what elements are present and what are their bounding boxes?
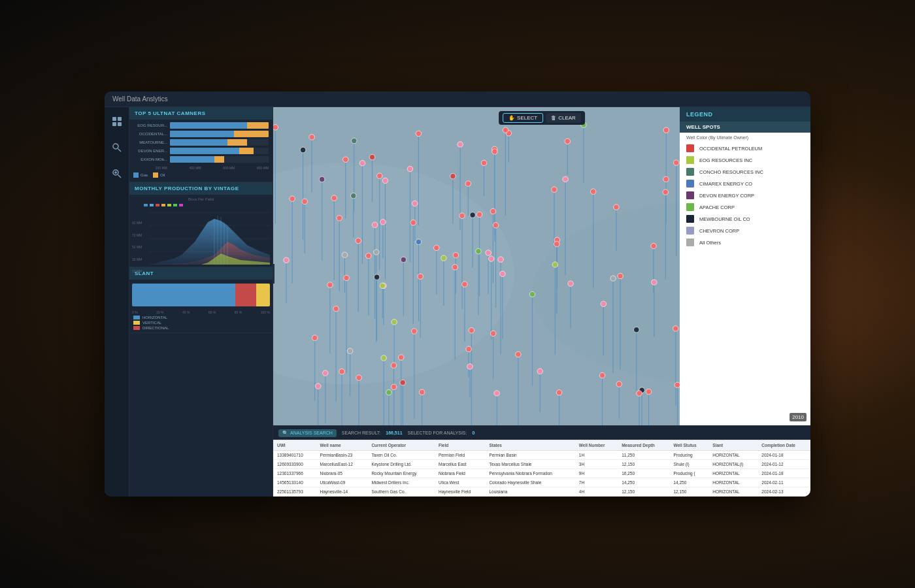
select-button[interactable]: ✋ SELECT xyxy=(503,113,543,123)
svg-point-244 xyxy=(618,273,623,278)
vintage-dot-2 xyxy=(150,204,154,206)
table-column-header: Well Stutus xyxy=(669,440,708,451)
cursor-icon: ✋ xyxy=(508,115,515,121)
legend-entry: All Others xyxy=(680,237,810,248)
svg-point-358 xyxy=(273,125,278,130)
table-cell: 2024-01-12 xyxy=(757,460,810,469)
svg-point-236 xyxy=(476,212,482,217)
table-cell: 2024-02-11 xyxy=(757,478,810,487)
production-chart: Bcce Per Field 92 MM 72 xyxy=(129,195,273,267)
table-cell: Texas Marcellus Shale xyxy=(485,460,574,469)
table-cell: 14,250 xyxy=(669,478,708,487)
bar-track xyxy=(170,156,269,163)
svg-point-225 xyxy=(651,243,656,248)
vintage-legend xyxy=(131,203,271,208)
selected-label: SELECTED FOR ANALYSIS: xyxy=(408,431,467,435)
table-cell: HORIZONTAL xyxy=(708,469,757,478)
table-row[interactable]: 22501135793Haynesville-14Southern Gas Co… xyxy=(273,487,810,497)
svg-point-369 xyxy=(467,364,473,369)
slant-section: SLANT 0 % 20 % 40 % 60 % 80 % 100 % HORI… xyxy=(129,267,273,333)
svg-point-202 xyxy=(356,375,361,380)
svg-point-351 xyxy=(331,195,337,201)
svg-point-288 xyxy=(412,329,417,334)
table-column-header: Current Operator xyxy=(367,440,435,451)
table-header: UWIWell nameCurrent OperatorFieldStatesW… xyxy=(273,440,810,451)
well-spots-header: WELL SPOTS xyxy=(680,122,810,133)
svg-point-266 xyxy=(469,328,474,333)
table-cell: HORIZONTAL xyxy=(708,487,757,497)
vertical-legend: VERTICAL xyxy=(133,321,269,325)
svg-point-339 xyxy=(419,389,424,395)
svg-point-332 xyxy=(673,326,678,331)
bar-label: OCCIDENTAL... xyxy=(133,132,167,136)
svg-point-370 xyxy=(319,176,324,182)
svg-line-7 xyxy=(118,175,121,178)
table-row[interactable]: 13389401710PermianBasin-23Taxen Oil Co.P… xyxy=(273,451,810,460)
legend-color xyxy=(686,215,694,223)
table-row[interactable]: 14565133140UticaWast-09Midwest Drillers … xyxy=(273,478,810,487)
table-cell: Louisiana xyxy=(485,487,574,497)
svg-point-232 xyxy=(652,280,657,285)
legend-label: EOG RESOURCES INC xyxy=(699,157,752,163)
vintage-dot-4 xyxy=(161,204,165,206)
svg-point-220 xyxy=(339,368,344,374)
svg-point-219 xyxy=(568,281,573,286)
svg-point-212 xyxy=(333,306,339,311)
legend-label: MEWBOURNE OIL CO xyxy=(699,216,750,222)
table-cell: HORIZONTAL xyxy=(708,451,757,460)
bar-label: EOG RESOUR... xyxy=(133,123,167,127)
directional-label: DIRECTIONAL xyxy=(142,326,169,330)
vintage-dot-7 xyxy=(179,204,183,206)
legend-entry: CHEVRON CORP xyxy=(680,225,810,237)
svg-point-350 xyxy=(476,248,481,253)
vintage-dot-5 xyxy=(167,204,171,206)
svg-point-294 xyxy=(462,282,467,287)
table-row[interactable]: 12609333900MarcellusEast-12Keystone Dril… xyxy=(273,460,810,469)
table-column-header: Well name xyxy=(316,440,368,451)
search-icon[interactable] xyxy=(109,140,125,155)
table-cell: Keystone Drilling Ltd. xyxy=(367,460,435,469)
svg-point-377 xyxy=(494,391,499,396)
legend-label: All Others xyxy=(699,240,721,246)
dashboard-icon[interactable] xyxy=(109,114,125,129)
svg-point-268 xyxy=(391,384,396,389)
oil-bar xyxy=(214,156,224,163)
zoom-in-icon[interactable] xyxy=(109,166,125,182)
svg-point-300 xyxy=(398,355,403,360)
well-color-subtitle: Well Color (By Ulimate Owner) xyxy=(680,133,810,142)
legend-entries: OCCIDENTAL PETROLEUM EOG RESOURCES INC C… xyxy=(680,142,810,248)
bar-row: OCCIDENTAL... xyxy=(133,131,269,137)
svg-point-282 xyxy=(481,160,486,165)
bar-label: EXXON MOb... xyxy=(133,157,167,161)
table-row[interactable]: 12301337966Niobrara-05Rocky Mountain Ene… xyxy=(273,469,810,478)
analysis-search-button[interactable]: 🔍 ANALYSIS SEARCH xyxy=(278,429,337,437)
svg-point-256 xyxy=(488,256,493,261)
data-table-area: UWIWell nameCurrent OperatorFieldStatesW… xyxy=(273,440,810,497)
svg-point-365 xyxy=(327,282,333,287)
bar-row: MEATOURNE... xyxy=(133,139,269,146)
svg-point-207 xyxy=(450,173,456,178)
gas-bar xyxy=(170,139,227,146)
svg-point-209 xyxy=(412,201,418,206)
legend-label: CHEVRON CORP xyxy=(699,228,739,234)
svg-point-287 xyxy=(516,351,521,357)
right-area: ‹ ✋ SELECT 🗑 CLEAR LEGEND WELL SPOTS xyxy=(273,107,810,497)
svg-rect-3 xyxy=(118,122,122,126)
legend-color xyxy=(686,156,694,164)
svg-point-267 xyxy=(372,222,377,227)
svg-point-283 xyxy=(416,131,421,136)
svg-point-304 xyxy=(563,176,568,182)
clear-button[interactable]: 🗑 CLEAR xyxy=(546,113,581,123)
legend-color xyxy=(686,227,694,235)
table-column-header: States xyxy=(485,440,574,451)
svg-point-249 xyxy=(356,238,361,243)
bar-label: DEVON ENER... xyxy=(133,149,167,153)
table-cell: Producing xyxy=(669,451,708,460)
map-collapse-button[interactable]: ‹ xyxy=(273,264,274,284)
bar-axis: 200 MM 400 MM 600 MM 800 MM xyxy=(133,165,269,171)
selected-value: 0 xyxy=(472,431,474,435)
table-cell: Haynesville Field xyxy=(435,487,485,497)
table-cell: Rocky Mountain Energy xyxy=(367,469,435,478)
legend-entry: OCCIDENTAL PETROLEUM xyxy=(680,142,810,154)
svg-point-261 xyxy=(634,327,639,332)
